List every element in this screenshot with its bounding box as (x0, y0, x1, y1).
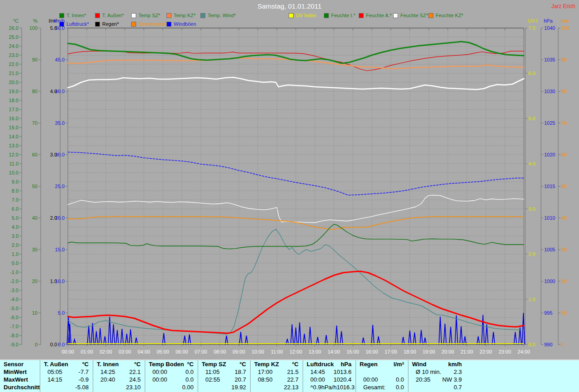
x-tick-label: 01:00 (81, 349, 93, 354)
axis-tick-label: 990 (544, 342, 552, 347)
cell-right: 2.3 (454, 368, 466, 376)
axis-tick-label: 90 (561, 57, 567, 62)
x-tick-label: 06:00 (176, 349, 188, 354)
axis-tick-label: 11.0 (9, 161, 19, 166)
x-tick-label: 12:00 (290, 349, 302, 354)
axis-tick-label: 60 (561, 152, 567, 157)
cell-left: Luftdruck (303, 360, 334, 368)
axis-tick-label: 1005 (544, 247, 555, 252)
row-label-minwert: MinWert (0, 368, 40, 376)
axis-tick-label: 3.0 (12, 233, 19, 239)
wind-gust-spike (420, 330, 422, 345)
cell-left: T. Außen (40, 360, 68, 368)
cell-right: 0.0 (185, 376, 198, 383)
cell-left: 08:50 (251, 376, 273, 383)
axis-c: 26.025.024.023.022.021.020.019.018.017.0… (9, 18, 22, 347)
x-tick-label: 04:00 (138, 349, 150, 354)
wind-gust-spike (112, 324, 115, 345)
row-label-durchschnitt: Durchschnitt (0, 383, 40, 391)
wind-gust-spike (129, 329, 132, 345)
col-header: Regenl/m² (356, 360, 408, 368)
axis-header-km-h: km/h (54, 18, 65, 24)
cell-right: hPa (341, 360, 356, 368)
table-row-labels: SensorMinWertMaxWertDurchschnitt (0, 360, 40, 392)
cell-left (408, 383, 416, 391)
axis-tick-label: 80 (561, 89, 567, 94)
axis-tick-label: -2.0 (10, 279, 19, 284)
cell-left: ^0.9hPa/h (303, 383, 337, 391)
axis-tick-label: 15.0 (55, 247, 65, 252)
x-tick-label: 07:00 (195, 349, 207, 354)
min-row: 05:05-7.7 (40, 368, 93, 376)
axis-tick-label: 20.0 (55, 215, 65, 221)
max-row: 08:5022.7 (251, 376, 303, 383)
axis-tick-label: -6.0 (10, 315, 19, 320)
x-tick-label: 09:00 (233, 349, 245, 354)
x-tick-label: 15:00 (346, 349, 359, 354)
min-row: 14:451013.6 (303, 368, 356, 376)
wind-gust-spike (95, 331, 98, 345)
table-col-regen: Regenl/m²00:000.0Gesamt:0.0 (356, 360, 408, 392)
axis-tick-label: 90 (32, 57, 38, 62)
x-tick-label: 05:00 (157, 349, 169, 354)
wind-gust-spike (482, 315, 484, 345)
cell-right: °C (134, 360, 145, 368)
min-row: 11:0518.7 (198, 368, 251, 376)
x-tick-label: 03:00 (119, 349, 131, 354)
cell-left: Wind (408, 360, 427, 368)
cell-left: Gesamt: (356, 383, 385, 391)
wind-gust-spike (449, 327, 452, 345)
cell-right: 1020.4 (333, 376, 356, 383)
wind-gust-spike (325, 335, 327, 345)
cell-right: 22.13 (284, 383, 303, 391)
table-col-t-au-en: T. Außen°C05:05-7.714:15-0.9-5.08 (40, 360, 93, 392)
axis-tick-label: 8.0 (12, 188, 19, 194)
axis-tick-label: 10.0 (55, 279, 65, 284)
cell-left: Ø 10 min. (408, 368, 441, 376)
axis-tick-label: 1000 (544, 279, 555, 284)
cell-left: 14:15 (40, 376, 62, 383)
axis-tick-label: 0.0 (528, 342, 535, 347)
table-col-temp-boden: Temp Boden°C00:000.000:000.00.00 (145, 360, 198, 392)
wind-gust-spike (121, 329, 123, 345)
axis-tick-label: 30 (561, 247, 567, 252)
series-t-au-en (68, 271, 524, 333)
x-tick-label: 23:00 (498, 349, 511, 354)
cell-left: 00:00 (303, 376, 325, 383)
axis-tick-label: 80 (32, 89, 38, 94)
axis-tick-label: 24.0 (9, 43, 19, 49)
cell-left (356, 368, 363, 376)
axis-tick-label: 5.0 (528, 116, 535, 121)
axis-tick-label: 4.0 (528, 161, 535, 166)
axis-hpa: 1040103510301025102010151010100510009959… (541, 18, 555, 347)
avg-row: -5.08 (40, 383, 93, 391)
axis-tick-label: 995 (544, 310, 552, 316)
x-tick-label: 02:00 (100, 349, 112, 354)
min-row: 00:000.0 (145, 368, 198, 376)
axis-: 1009080706050403020100% (29, 18, 41, 347)
cell-right: 0.00 (182, 383, 198, 391)
axis-tick-label: 16.0 (9, 116, 19, 121)
col-header: LuftdruckhPa (303, 360, 356, 368)
col-header: Temp SZ°C (198, 360, 251, 368)
max-row: 20:4024.5 (93, 376, 145, 383)
axis-tick-label: 40 (32, 215, 38, 221)
axis-tick-label: 26.0 (9, 25, 19, 31)
cell-left (251, 383, 258, 391)
x-tick-label: 21:00 (460, 349, 473, 354)
max-row: 00:001020.4 (303, 376, 356, 383)
axis-tick-label: -7.0 (10, 324, 19, 329)
wind-gust-spike (514, 332, 517, 345)
wind-gust-spike (439, 316, 441, 345)
wind-gust-spike (99, 328, 101, 345)
max-row: 00:000.0 (145, 376, 198, 383)
axis-tick-label: 10.0 (9, 170, 19, 175)
axis-header-c: °C (13, 18, 19, 24)
x-axis-labels: 00:0001:0002:0003:0004:0005:0006:0007:00… (62, 349, 530, 354)
x-tick-label: 22:00 (479, 349, 492, 354)
table-col-t-innen: T. Innen°C14:2522.120:4024.523.10 (93, 360, 145, 392)
cell-right: 0.7 (454, 383, 466, 391)
cell-left: Temp Boden (145, 360, 184, 368)
axis-tick-label: 5.0 (58, 310, 65, 316)
cell-right: 22.7 (287, 376, 303, 383)
